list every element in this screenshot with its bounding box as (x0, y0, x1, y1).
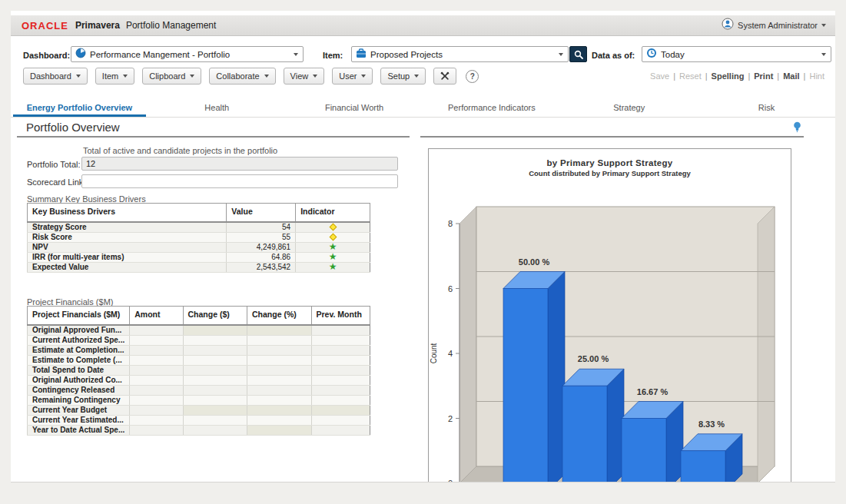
financial-value-cell (247, 396, 311, 406)
financial-value-cell (247, 356, 311, 366)
menu-button-clipboard[interactable]: Clipboard (142, 68, 201, 85)
link-separator: | (673, 71, 675, 81)
financial-name-cell: Estimate to Complete (... (28, 356, 130, 366)
financial-value-cell (183, 366, 247, 376)
financial-value-cell (183, 356, 247, 366)
financial-value-cell (311, 366, 370, 376)
column-header: Change ($) (183, 307, 247, 326)
primavera-logo: Primavera (75, 20, 120, 31)
column-header: Value (227, 204, 296, 223)
data-as-of-combobox[interactable]: Today (642, 46, 831, 62)
print-link[interactable]: Print (754, 71, 773, 81)
spelling-link[interactable]: Spelling (712, 71, 745, 81)
tab-financial-worth[interactable]: Financial Worth (286, 100, 423, 117)
kbd-header-row: Key Business DriversValueIndicator (28, 204, 370, 223)
financial-value-cell (130, 386, 183, 396)
tab-risk[interactable]: Risk (698, 100, 835, 117)
menu-button-dashboard[interactable]: Dashboard (23, 68, 88, 85)
scorecard-link-input[interactable] (81, 174, 398, 188)
dashboard-value: Performance Mangement - Portfolio (90, 50, 290, 59)
financial-value-cell (247, 426, 311, 436)
chevron-down-icon (123, 75, 128, 78)
driver-indicator-cell (296, 222, 370, 233)
item-label: Item: (323, 48, 343, 63)
scorecard-link-label: Scorecard Link: (27, 175, 85, 189)
financial-value-cell (311, 396, 370, 406)
chevron-down-icon (313, 75, 317, 78)
tab-bar: Energy Portfolio OverviewHealthFinancial… (11, 100, 835, 118)
financial-value-cell (247, 366, 311, 376)
driver-name-cell: Strategy Score (28, 222, 227, 233)
financial-name-cell: Total Spend to Date (28, 366, 130, 376)
menu-button-label: Collaborate (216, 71, 259, 81)
tab-strategy[interactable]: Strategy (560, 100, 698, 117)
portfolio-total-caption: Total of active and candidate projects i… (83, 146, 277, 155)
briefcase-icon (356, 48, 367, 61)
link-separator: | (705, 71, 708, 81)
item-value: Proposed Projects (370, 50, 555, 59)
financial-value-cell (247, 325, 311, 336)
menu-button-view[interactable]: View (284, 68, 325, 85)
driver-value-cell: 64.86 (227, 253, 296, 263)
financial-value-cell (311, 406, 370, 416)
svg-text:2: 2 (448, 414, 453, 423)
financial-value-cell (311, 356, 370, 366)
user-menu[interactable]: System Administrator (722, 18, 826, 33)
financial-value-cell (130, 406, 183, 416)
search-button[interactable] (569, 46, 587, 62)
data-as-of-value: Today (661, 50, 818, 59)
financial-name-cell: Current Year Budget (28, 406, 130, 416)
financial-name-cell: Original Approved Fun... (28, 325, 130, 336)
financial-value-cell (311, 426, 370, 436)
driver-name-cell: NPV (28, 243, 227, 253)
tab-performance-indicators[interactable]: Performance Indicators (423, 100, 560, 117)
menu-button-collaborate[interactable]: Collaborate (209, 68, 275, 85)
top-header-bar: ORACLE Primavera Portfolio Management Sy… (11, 15, 835, 36)
column-header: Change (%) (247, 307, 311, 326)
financial-name-cell: Current Year Estimated... (28, 416, 130, 426)
menu-button-label: Clipboard (149, 71, 185, 81)
chevron-down-icon (76, 75, 81, 78)
column-header: Amont (130, 307, 183, 326)
financial-value-cell (183, 376, 247, 386)
tools-button[interactable] (433, 68, 456, 85)
fin-body: Original Approved Fun... Current Authori… (28, 325, 370, 436)
tab-label: Performance Indicators (434, 101, 549, 117)
driver-name-cell: Risk Score (28, 233, 227, 243)
table-row: Estimate at Completion... (28, 346, 370, 356)
menu-button-setup[interactable]: Setup (380, 68, 426, 85)
column-header: Indicator (296, 204, 370, 223)
financial-name-cell: Remaining Contingency (28, 396, 130, 406)
financial-value-cell (130, 396, 183, 406)
chart-bar[interactable] (622, 402, 683, 483)
financial-value-cell (183, 336, 247, 346)
menu-button-user[interactable]: User (332, 68, 373, 85)
chart-bar[interactable] (503, 272, 565, 483)
kbd-body: Strategy Score54Risk Score55NPV4,249,861… (28, 222, 370, 273)
portfolio-total-input[interactable] (81, 157, 398, 171)
chart-bar[interactable] (562, 369, 624, 482)
dashboard-label: Dashboard: (23, 48, 70, 63)
driver-indicator-cell (296, 233, 370, 243)
financial-value-cell (183, 386, 247, 396)
financial-value-cell (311, 336, 370, 346)
financial-value-cell (130, 376, 183, 386)
save-link: Save (650, 71, 669, 81)
green-star-icon: ★ (329, 243, 337, 253)
svg-text:8: 8 (448, 219, 453, 228)
tab-energy-portfolio-overview[interactable]: Energy Portfolio Overview (11, 100, 148, 117)
dashboard-combobox[interactable]: Performance Mangement - Portfolio (71, 46, 304, 62)
chevron-down-icon (190, 75, 194, 78)
hint-lightbulb-icon[interactable] (793, 121, 801, 136)
tools-icon (440, 71, 450, 81)
yellow-diamond-icon (329, 234, 337, 241)
financial-value-cell (311, 346, 370, 356)
table-row: IRR (for multi-year items)64.86★ (28, 253, 370, 263)
tab-health[interactable]: Health (148, 100, 286, 117)
financial-name-cell: Estimate at Completion... (28, 346, 130, 356)
help-button[interactable]: ? (466, 70, 479, 83)
mail-link[interactable]: Mail (783, 71, 799, 81)
item-combobox[interactable]: Proposed Projects (351, 46, 569, 62)
menu-button-item[interactable]: Item (95, 68, 134, 85)
chevron-down-icon (821, 24, 826, 27)
